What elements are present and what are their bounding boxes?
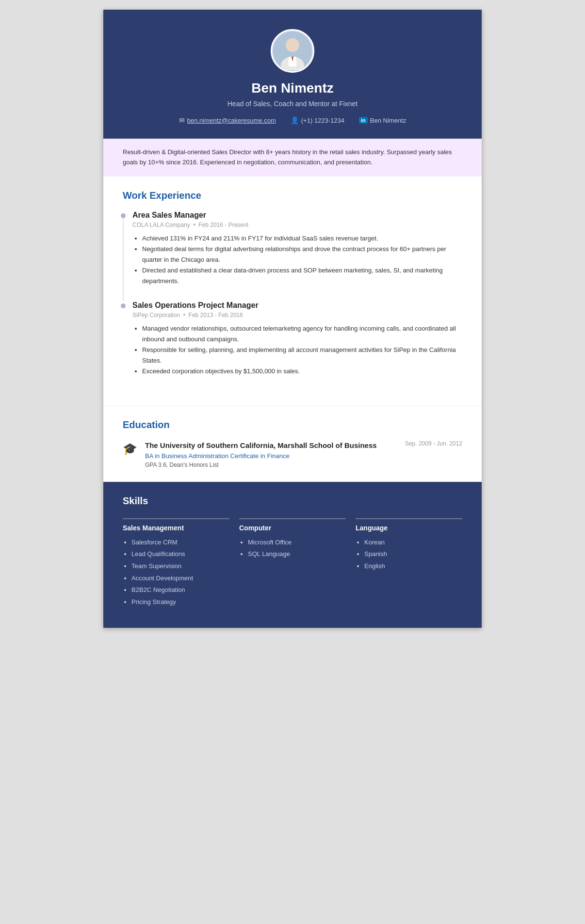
timeline-dot-1 <box>121 213 126 218</box>
bullet-1-2: Negotiated deal terms for digital advert… <box>142 244 462 265</box>
skill-sales-5: B2B2C Negotiation <box>131 584 229 596</box>
linkedin-contact: in Ben Nimentz <box>359 116 406 124</box>
job-title-1: Area Sales Manager <box>132 211 462 220</box>
job-item-2: Sales Operations Project Manager SiPep C… <box>132 301 462 377</box>
header-section: Ben Nimentz Head of Sales, Coach and Men… <box>103 10 482 139</box>
job-meta-2: SiPep Corporation • Feb 2013 - Feb 2016 <box>132 312 462 319</box>
graduation-icon: 🎓 <box>123 442 137 456</box>
skills-title: Skills <box>123 495 462 507</box>
candidate-title: Head of Sales, Coach and Mentor at Fixne… <box>123 100 462 108</box>
skill-language-3: English <box>364 560 462 573</box>
skill-sales-1: Salesforce CRM <box>131 537 229 549</box>
job-period-1: Feb 2016 - Present <box>198 222 248 228</box>
svg-point-1 <box>286 38 299 52</box>
skills-category-computer-title: Computer <box>239 524 346 532</box>
bullet-2-3: Exceeded corporation objectives by $1,50… <box>142 366 462 377</box>
summary-text: Result-driven & Digital-oriented Sales D… <box>123 148 452 166</box>
skills-section: Skills Sales Management Salesforce CRM L… <box>103 482 482 628</box>
edu-gpa-1: GPA 3.6, Dean's Honors List <box>145 462 462 468</box>
education-section: Education 🎓 The University of Southern C… <box>103 405 482 482</box>
email-icon: ✉ <box>179 116 185 124</box>
job-title-2: Sales Operations Project Manager <box>132 301 462 310</box>
education-title: Education <box>123 419 462 430</box>
skill-computer-1: Microsoft Office <box>248 537 346 549</box>
edu-dates-1: Sep. 2009 - Jun. 2012 <box>405 440 462 447</box>
job-company-2: SiPep Corporation <box>132 312 180 319</box>
job-bullets-1: Achieved 131% in FY24 and 211% in FY17 f… <box>132 233 462 287</box>
skills-list-sales: Salesforce CRM Lead Qualifications Team … <box>123 537 229 608</box>
edu-school-1: The University of Southern California, M… <box>145 440 377 450</box>
phone-icon: 👤 <box>291 116 299 124</box>
skill-sales-6: Pricing Strategy <box>131 596 229 608</box>
skills-list-language: Korean Spanish English <box>356 537 462 573</box>
skills-category-sales-title: Sales Management <box>123 524 229 532</box>
edu-content-1: The University of Southern California, M… <box>145 440 462 468</box>
bullet-2-2: Responsible for selling, planning, and i… <box>142 345 462 366</box>
timeline-line-1 <box>123 218 124 301</box>
linkedin-icon: in <box>359 117 368 124</box>
candidate-name: Ben Nimentz <box>123 80 462 96</box>
job-company-1: COLA LALA Company <box>132 222 190 228</box>
skill-language-2: Spanish <box>364 548 462 560</box>
job-bullets-2: Managed vendor relationships, outsourced… <box>132 323 462 377</box>
avatar <box>271 29 314 73</box>
skills-category-sales: Sales Management Salesforce CRM Lead Qua… <box>123 518 229 608</box>
skills-category-computer: Computer Microsoft Office SQL Language <box>239 518 346 608</box>
skill-language-1: Korean <box>364 537 462 549</box>
skill-computer-2: SQL Language <box>248 548 346 560</box>
job-period-2: Feb 2013 - Feb 2016 <box>189 312 243 319</box>
skill-sales-2: Lead Qualifications <box>131 548 229 560</box>
contact-bar: ✉ ben.nimentz@cakeresume.com 👤 (+1) 1223… <box>123 116 462 124</box>
skill-sales-3: Team Supervision <box>131 560 229 573</box>
email-contact: ✉ ben.nimentz@cakeresume.com <box>179 116 276 124</box>
job-meta-1: COLA LALA Company • Feb 2016 - Present <box>132 222 462 228</box>
phone-contact: 👤 (+1) 1223-1234 <box>291 116 344 124</box>
skill-sales-4: Account Development <box>131 573 229 585</box>
summary-section: Result-driven & Digital-oriented Sales D… <box>103 139 482 176</box>
resume-container: Ben Nimentz Head of Sales, Coach and Men… <box>103 10 482 628</box>
skills-list-computer: Microsoft Office SQL Language <box>239 537 346 560</box>
job-item-1: Area Sales Manager COLA LALA Company • F… <box>132 211 462 287</box>
bullet-1-1: Achieved 131% in FY24 and 211% in FY17 f… <box>142 233 462 244</box>
skills-category-language: Language Korean Spanish English <box>356 518 462 608</box>
bullet-1-3: Directed and established a clear data-dr… <box>142 265 462 287</box>
linkedin-name: Ben Nimentz <box>370 117 406 124</box>
timeline: Area Sales Manager COLA LALA Company • F… <box>123 211 462 377</box>
avatar-wrapper <box>123 29 462 73</box>
phone-number: (+1) 1223-1234 <box>301 117 344 124</box>
edu-header-1: The University of Southern California, M… <box>145 440 462 450</box>
work-experience-title: Work Experience <box>123 190 462 201</box>
bullet-2-1: Managed vendor relationships, outsourced… <box>142 323 462 345</box>
work-experience-section: Work Experience Area Sales Manager COLA … <box>103 176 482 405</box>
timeline-dot-2 <box>121 303 126 308</box>
skills-category-language-title: Language <box>356 524 462 532</box>
skills-grid: Sales Management Salesforce CRM Lead Qua… <box>123 518 462 608</box>
email-link[interactable]: ben.nimentz@cakeresume.com <box>187 117 276 124</box>
edu-degree-1: BA in Business Administration Certificat… <box>145 452 462 460</box>
edu-item-1: 🎓 The University of Southern California,… <box>123 440 462 468</box>
